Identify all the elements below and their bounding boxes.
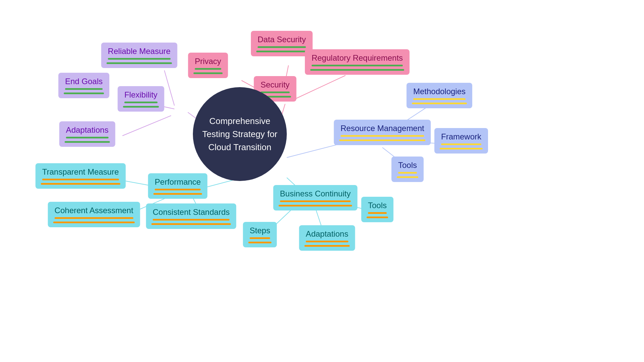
node-framework: Framework <box>434 128 488 154</box>
node-end-goals: End Goals <box>58 73 109 98</box>
node-flexibility: Flexibility <box>118 86 164 112</box>
node-methodologies: Methodologies <box>407 83 472 108</box>
node-regulatory-requirements: Regulatory Requirements <box>305 49 410 75</box>
center-node: Comprehensive Testing Strategy for Cloud… <box>193 87 287 181</box>
node-data-security: Data Security <box>251 31 313 56</box>
node-reliable-measure: Reliable Measure <box>101 43 177 68</box>
node-adaptations-bc: Adaptations <box>299 225 355 251</box>
node-coherent-assessment: Coherent Assessment <box>48 202 140 227</box>
node-tools-rm: Tools <box>391 157 424 182</box>
node-transparent-measure: Transparent Measure <box>36 163 126 189</box>
node-steps: Steps <box>243 222 277 247</box>
node-tools-bc: Tools <box>361 197 393 222</box>
node-consistent-standards: Consistent Standards <box>146 203 236 229</box>
node-privacy: Privacy <box>188 53 228 78</box>
node-performance: Performance <box>148 173 207 199</box>
node-resource-management: Resource Management <box>334 120 431 145</box>
node-business-continuity: Business Continuity <box>273 185 358 210</box>
mind-map: Comprehensive Testing Strategy for Cloud… <box>0 0 644 362</box>
node-adaptations: Adaptations <box>59 121 115 147</box>
